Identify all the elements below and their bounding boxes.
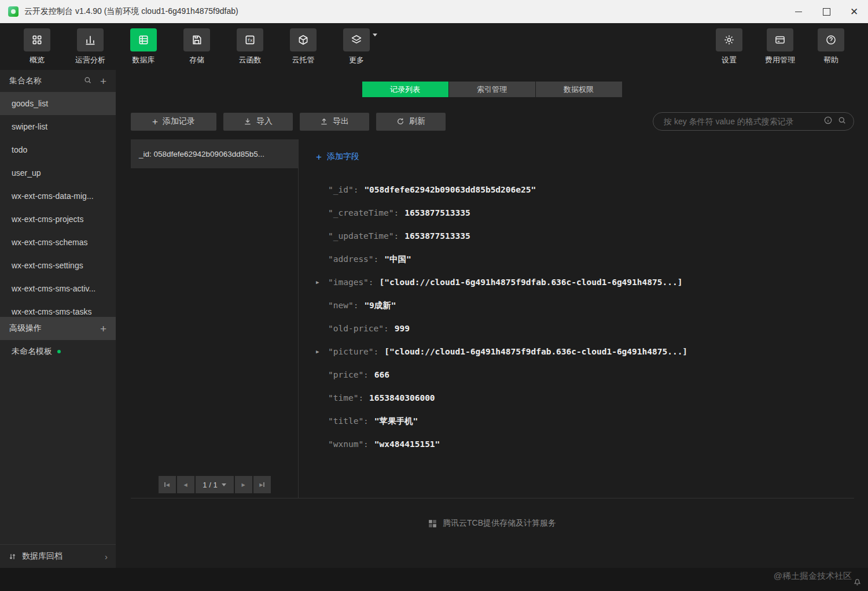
add-field-label: 添加字段 bbox=[327, 152, 359, 162]
document-panel: + 添加字段 "_id":"058dfefe62942b09063dd85b5d… bbox=[299, 139, 854, 498]
nav-settings[interactable]: 设置 bbox=[712, 28, 746, 65]
field-value[interactable]: "中国" bbox=[384, 254, 411, 265]
tab-index-management[interactable]: 索引管理 bbox=[449, 82, 535, 97]
search-icon[interactable] bbox=[837, 116, 847, 127]
field-row: "_createTime":1653877513335 bbox=[316, 201, 854, 224]
field-value[interactable]: 1653840306000 bbox=[369, 393, 435, 402]
collection-item[interactable]: wx-ext-cms-sms-tasks bbox=[0, 300, 116, 317]
nav-database[interactable]: 数据库 bbox=[126, 28, 161, 65]
search-icon[interactable] bbox=[83, 76, 92, 86]
collection-item[interactable]: swiper-list bbox=[0, 115, 116, 138]
nav-cloud-function[interactable]: fx 云函数 bbox=[233, 28, 267, 65]
function-icon: fx bbox=[237, 28, 263, 51]
bottom-strip: @稀土掘金技术社区 bbox=[0, 568, 868, 591]
app-logo-icon bbox=[8, 6, 19, 17]
footer: 腾讯云TCB提供存储及计算服务 bbox=[116, 498, 868, 568]
watermark-text: @稀土掘金技术社区 bbox=[774, 571, 852, 582]
collection-item[interactable]: wx-ext-cms-settings bbox=[0, 254, 116, 277]
collection-item[interactable]: wx-ext-cms-data-mig... bbox=[0, 184, 116, 208]
record-search-box bbox=[653, 112, 854, 131]
field-value[interactable]: "苹果手机" bbox=[374, 416, 418, 427]
field-value[interactable]: ["cloud://cloud1-6g491h4875f9dfab.636c-c… bbox=[380, 278, 683, 287]
grid-icon bbox=[24, 28, 50, 51]
field-value[interactable]: 1653877513335 bbox=[404, 231, 470, 241]
collection-item[interactable]: goods_list bbox=[0, 92, 116, 115]
field-value[interactable]: "058dfefe62942b09063dd85b5d206e25" bbox=[364, 185, 536, 194]
field-value[interactable]: 666 bbox=[374, 370, 389, 379]
add-record-button[interactable]: + 添加记录 bbox=[131, 113, 216, 131]
field-value[interactable]: "wx484415151" bbox=[374, 439, 440, 449]
collection-item[interactable]: wx-ext-cms-projects bbox=[0, 208, 116, 231]
database-icon bbox=[130, 28, 157, 51]
upload-icon bbox=[320, 117, 328, 125]
app-window: 云开发控制台 v1.4.90 (当前环境 cloud1-6g491h4875f9… bbox=[0, 0, 868, 591]
search-input[interactable] bbox=[663, 116, 823, 127]
app-body: 集合名称 + goods_list swiper-list todo user_… bbox=[0, 70, 868, 568]
nav-label: 费用管理 bbox=[765, 55, 795, 65]
expand-icon[interactable]: ▶ bbox=[316, 349, 328, 354]
template-item[interactable]: 未命名模板 bbox=[0, 340, 116, 363]
plus-icon: + bbox=[316, 152, 322, 162]
add-collection-icon[interactable]: + bbox=[100, 76, 106, 87]
minimize-button[interactable] bbox=[785, 0, 812, 23]
field-value[interactable]: 1653877513335 bbox=[404, 208, 470, 217]
database-rollback-button[interactable]: 数据库回档 › bbox=[0, 544, 116, 568]
first-page-button[interactable]: ◀ bbox=[159, 476, 176, 493]
field-key: "address": bbox=[328, 254, 378, 264]
import-button[interactable]: 导入 bbox=[223, 113, 293, 131]
last-page-button[interactable]: ▶ bbox=[253, 476, 271, 493]
field-row: ▶"images":["cloud://cloud1-6g491h4875f9d… bbox=[316, 271, 854, 294]
info-icon[interactable] bbox=[823, 116, 833, 127]
maximize-button[interactable] bbox=[812, 0, 840, 23]
template-item-label: 未命名模板 bbox=[12, 346, 52, 357]
field-row: "price":666 bbox=[316, 363, 854, 386]
refresh-button[interactable]: 刷新 bbox=[376, 113, 446, 131]
nav-help[interactable]: 帮助 bbox=[814, 28, 848, 65]
record-list-item[interactable]: _id: 058dfefe62942b09063dd85b5... bbox=[131, 139, 298, 168]
tab-data-permissions[interactable]: 数据权限 bbox=[536, 82, 622, 97]
cube-icon bbox=[290, 28, 317, 51]
collection-item[interactable]: wx-ext-cms-schemas bbox=[0, 231, 116, 254]
nav-analytics[interactable]: 运营分析 bbox=[73, 28, 108, 65]
actions-row: + 添加记录 导入 导出 刷新 bbox=[116, 112, 868, 131]
billing-icon bbox=[767, 28, 793, 51]
expand-icon[interactable]: ▶ bbox=[316, 279, 328, 285]
prev-page-button[interactable]: ◀ bbox=[177, 476, 194, 493]
collection-item[interactable]: user_up bbox=[0, 161, 116, 184]
field-row: "address":"中国" bbox=[316, 248, 854, 271]
nav-label: 概览 bbox=[30, 55, 45, 65]
nav-cloud-hosting[interactable]: 云托管 bbox=[286, 28, 321, 65]
refresh-label: 刷新 bbox=[409, 116, 425, 127]
nav-overview[interactable]: 概览 bbox=[20, 28, 54, 65]
field-value[interactable]: 999 bbox=[395, 324, 410, 333]
tab-record-list[interactable]: 记录列表 bbox=[362, 82, 448, 97]
field-key: "time": bbox=[328, 393, 363, 402]
add-template-icon[interactable]: + bbox=[100, 323, 106, 334]
add-field-button[interactable]: + 添加字段 bbox=[316, 151, 359, 162]
nav-more[interactable]: 更多 bbox=[339, 28, 374, 65]
field-value[interactable]: "9成新" bbox=[364, 300, 396, 311]
nav-billing[interactable]: 费用管理 bbox=[763, 28, 797, 65]
field-key: "images": bbox=[328, 278, 374, 287]
chevron-down-icon[interactable] bbox=[373, 34, 377, 36]
rollback-label: 数据库回档 bbox=[22, 551, 62, 562]
nav-storage[interactable]: 存储 bbox=[179, 28, 214, 65]
next-page-button[interactable]: ▶ bbox=[235, 476, 252, 493]
plus-icon: + bbox=[152, 117, 158, 127]
save-icon bbox=[183, 28, 210, 51]
field-row: "time":1653840306000 bbox=[316, 386, 854, 409]
nav-label: 数据库 bbox=[133, 55, 155, 65]
close-icon: ✕ bbox=[850, 7, 858, 17]
field-value[interactable]: ["cloud://cloud1-6g491h4875f9dfab.636c-c… bbox=[384, 347, 687, 356]
field-key: "picture": bbox=[328, 347, 378, 356]
collection-item[interactable]: todo bbox=[0, 138, 116, 161]
gear-icon bbox=[716, 28, 742, 51]
page-indicator[interactable]: 1 / 1 bbox=[196, 476, 234, 493]
bar-chart-icon bbox=[77, 28, 104, 51]
close-button[interactable]: ✕ bbox=[840, 0, 868, 23]
bell-icon[interactable] bbox=[852, 577, 862, 589]
export-button[interactable]: 导出 bbox=[300, 113, 369, 131]
field-key: "new": bbox=[328, 301, 358, 310]
collection-list: goods_list swiper-list todo user_up wx-e… bbox=[0, 92, 116, 317]
collection-item[interactable]: wx-ext-cms-sms-activ... bbox=[0, 277, 116, 300]
